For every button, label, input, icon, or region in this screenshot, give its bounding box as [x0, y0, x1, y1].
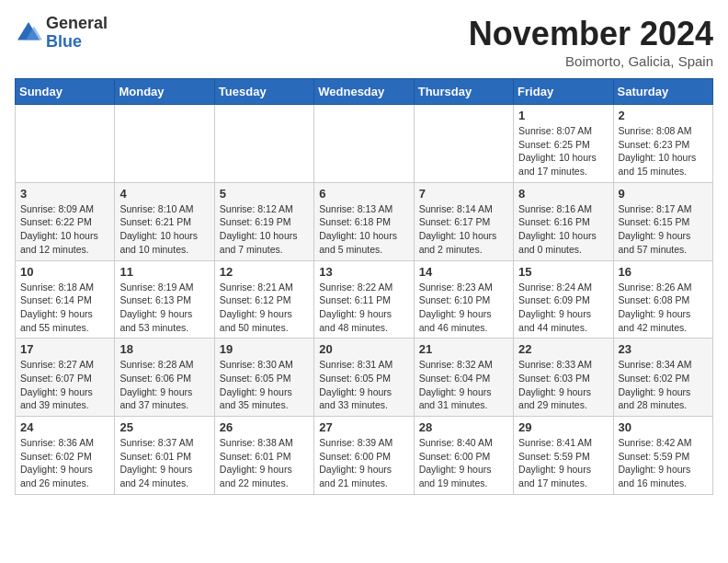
day-cell: 4Sunrise: 8:10 AMSunset: 6:21 PMDaylight… [115, 182, 214, 260]
week-row-2: 3Sunrise: 8:09 AMSunset: 6:22 PMDaylight… [16, 182, 713, 260]
day-cell: 3Sunrise: 8:09 AMSunset: 6:22 PMDaylight… [16, 182, 115, 260]
day-cell: 13Sunrise: 8:22 AMSunset: 6:11 PMDayligh… [314, 260, 414, 339]
day-number: 5 [220, 187, 309, 201]
day-cell: 28Sunrise: 8:40 AMSunset: 6:00 PMDayligh… [414, 417, 513, 495]
day-info: Sunrise: 8:31 AMSunset: 6:05 PMDaylight:… [319, 358, 408, 412]
day-cell: 17Sunrise: 8:27 AMSunset: 6:07 PMDayligh… [16, 339, 115, 417]
day-info: Sunrise: 8:19 AMSunset: 6:13 PMDaylight:… [119, 281, 209, 335]
day-info: Sunrise: 8:08 AMSunset: 6:23 PMDaylight:… [619, 124, 708, 178]
day-cell [414, 105, 513, 183]
day-info: Sunrise: 8:33 AMSunset: 6:03 PMDaylight:… [518, 358, 608, 412]
weekday-header-saturday: Saturday [613, 79, 712, 105]
week-row-5: 24Sunrise: 8:36 AMSunset: 6:02 PMDayligh… [16, 417, 713, 495]
day-number: 29 [518, 420, 608, 434]
location: Boimorto, Galicia, Spain [469, 53, 713, 69]
day-number: 28 [419, 420, 508, 434]
day-info: Sunrise: 8:38 AMSunset: 6:01 PMDaylight:… [220, 436, 309, 490]
day-number: 22 [518, 342, 608, 356]
weekday-header-friday: Friday [514, 79, 613, 105]
day-cell: 22Sunrise: 8:33 AMSunset: 6:03 PMDayligh… [514, 339, 613, 417]
weekday-header-sunday: Sunday [16, 79, 115, 105]
day-info: Sunrise: 8:21 AMSunset: 6:12 PMDaylight:… [220, 281, 309, 335]
week-row-3: 10Sunrise: 8:18 AMSunset: 6:14 PMDayligh… [16, 260, 713, 339]
day-info: Sunrise: 8:10 AMSunset: 6:21 PMDaylight:… [119, 202, 209, 257]
day-cell [115, 105, 214, 183]
day-cell: 25Sunrise: 8:37 AMSunset: 6:01 PMDayligh… [115, 417, 214, 495]
day-number: 7 [419, 187, 508, 201]
day-info: Sunrise: 8:13 AMSunset: 6:18 PMDaylight:… [319, 202, 408, 257]
logo-icon [15, 19, 42, 47]
day-cell: 2Sunrise: 8:08 AMSunset: 6:23 PMDaylight… [613, 105, 712, 183]
day-cell: 15Sunrise: 8:24 AMSunset: 6:09 PMDayligh… [514, 260, 613, 339]
day-number: 15 [518, 265, 608, 279]
day-info: Sunrise: 8:30 AMSunset: 6:05 PMDaylight:… [220, 358, 309, 412]
day-number: 23 [619, 342, 708, 356]
day-number: 1 [518, 109, 608, 122]
day-number: 17 [20, 342, 109, 356]
page-header: General Blue November 2024 Boimorto, Gal… [15, 15, 713, 69]
day-number: 8 [518, 187, 608, 201]
week-row-4: 17Sunrise: 8:27 AMSunset: 6:07 PMDayligh… [16, 339, 713, 417]
month-title: November 2024 [469, 15, 713, 53]
logo: General Blue [15, 15, 108, 52]
calendar-table: SundayMondayTuesdayWednesdayThursdayFrid… [15, 78, 713, 495]
day-number: 11 [119, 265, 209, 279]
day-cell: 23Sunrise: 8:34 AMSunset: 6:02 PMDayligh… [613, 339, 712, 417]
weekday-header-thursday: Thursday [414, 79, 513, 105]
day-number: 19 [220, 342, 309, 356]
day-cell [314, 105, 414, 183]
day-cell: 16Sunrise: 8:26 AMSunset: 6:08 PMDayligh… [613, 260, 712, 339]
logo-blue-text: Blue [46, 32, 82, 51]
day-cell: 1Sunrise: 8:07 AMSunset: 6:25 PMDaylight… [514, 105, 613, 183]
day-info: Sunrise: 8:22 AMSunset: 6:11 PMDaylight:… [319, 281, 408, 335]
day-number: 27 [319, 420, 408, 434]
day-info: Sunrise: 8:28 AMSunset: 6:06 PMDaylight:… [119, 358, 209, 412]
day-cell: 29Sunrise: 8:41 AMSunset: 5:59 PMDayligh… [514, 417, 613, 495]
day-cell: 27Sunrise: 8:39 AMSunset: 6:00 PMDayligh… [314, 417, 414, 495]
day-info: Sunrise: 8:37 AMSunset: 6:01 PMDaylight:… [119, 436, 209, 490]
day-cell: 9Sunrise: 8:17 AMSunset: 6:15 PMDaylight… [613, 182, 712, 260]
day-number: 3 [20, 187, 109, 201]
day-cell: 26Sunrise: 8:38 AMSunset: 6:01 PMDayligh… [214, 417, 313, 495]
day-number: 16 [619, 265, 708, 279]
day-info: Sunrise: 8:07 AMSunset: 6:25 PMDaylight:… [518, 124, 608, 178]
day-info: Sunrise: 8:17 AMSunset: 6:15 PMDaylight:… [619, 202, 708, 257]
day-info: Sunrise: 8:09 AMSunset: 6:22 PMDaylight:… [20, 202, 109, 257]
day-info: Sunrise: 8:26 AMSunset: 6:08 PMDaylight:… [619, 281, 708, 335]
day-cell: 8Sunrise: 8:16 AMSunset: 6:16 PMDaylight… [514, 182, 613, 260]
day-cell: 5Sunrise: 8:12 AMSunset: 6:19 PMDaylight… [214, 182, 313, 260]
day-cell: 14Sunrise: 8:23 AMSunset: 6:10 PMDayligh… [414, 260, 513, 339]
week-row-1: 1Sunrise: 8:07 AMSunset: 6:25 PMDaylight… [16, 105, 713, 183]
day-number: 14 [419, 265, 508, 279]
day-info: Sunrise: 8:24 AMSunset: 6:09 PMDaylight:… [518, 281, 608, 335]
day-cell [214, 105, 313, 183]
day-number: 20 [319, 342, 408, 356]
day-info: Sunrise: 8:16 AMSunset: 6:16 PMDaylight:… [518, 202, 608, 257]
title-block: November 2024 Boimorto, Galicia, Spain [469, 15, 713, 69]
day-number: 10 [20, 265, 109, 279]
day-info: Sunrise: 8:18 AMSunset: 6:14 PMDaylight:… [20, 281, 109, 335]
day-info: Sunrise: 8:40 AMSunset: 6:00 PMDaylight:… [419, 436, 508, 490]
day-cell: 20Sunrise: 8:31 AMSunset: 6:05 PMDayligh… [314, 339, 414, 417]
day-number: 4 [119, 187, 209, 201]
weekday-header-row: SundayMondayTuesdayWednesdayThursdayFrid… [16, 79, 713, 105]
day-number: 6 [319, 187, 408, 201]
day-number: 9 [619, 187, 708, 201]
day-cell: 10Sunrise: 8:18 AMSunset: 6:14 PMDayligh… [16, 260, 115, 339]
weekday-header-tuesday: Tuesday [214, 79, 313, 105]
day-number: 30 [619, 420, 708, 434]
day-number: 13 [319, 265, 408, 279]
day-info: Sunrise: 8:34 AMSunset: 6:02 PMDaylight:… [619, 358, 708, 412]
day-cell: 30Sunrise: 8:42 AMSunset: 5:59 PMDayligh… [613, 417, 712, 495]
day-info: Sunrise: 8:36 AMSunset: 6:02 PMDaylight:… [20, 436, 109, 490]
weekday-header-monday: Monday [115, 79, 214, 105]
day-number: 21 [419, 342, 508, 356]
day-info: Sunrise: 8:23 AMSunset: 6:10 PMDaylight:… [419, 281, 508, 335]
day-info: Sunrise: 8:14 AMSunset: 6:17 PMDaylight:… [419, 202, 508, 257]
day-info: Sunrise: 8:32 AMSunset: 6:04 PMDaylight:… [419, 358, 508, 412]
day-cell: 24Sunrise: 8:36 AMSunset: 6:02 PMDayligh… [16, 417, 115, 495]
day-number: 25 [119, 420, 209, 434]
day-info: Sunrise: 8:42 AMSunset: 5:59 PMDaylight:… [619, 436, 708, 490]
day-number: 12 [220, 265, 309, 279]
day-number: 26 [220, 420, 309, 434]
